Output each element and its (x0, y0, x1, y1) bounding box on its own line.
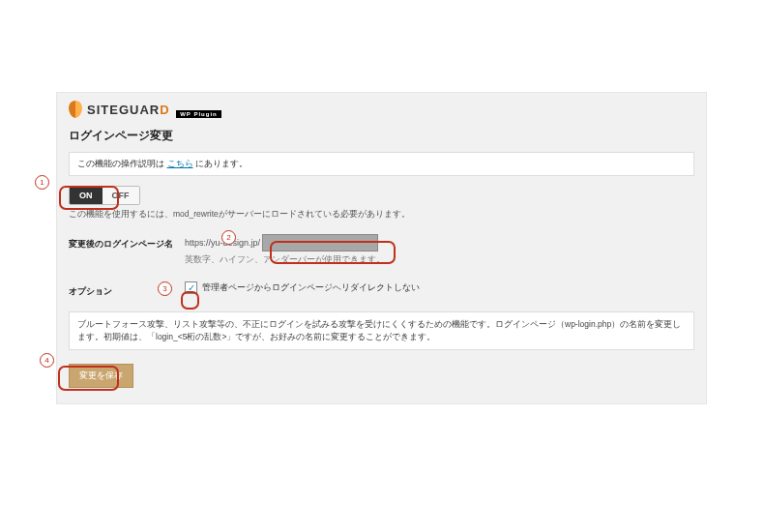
logo-accent: D (160, 103, 169, 117)
login-page-label: 変更後のログインページ名 (69, 234, 185, 280)
url-prefix: https://yu-design.jp/ (185, 238, 260, 248)
redirect-checkbox[interactable]: ✓ (185, 281, 197, 294)
plugin-logo: SITEGUARD WP Plugin (69, 101, 694, 118)
option-row: オプション ✓ 管理者ページからログインページへリダイレクトしない (69, 281, 694, 298)
logo-subtitle: WP Plugin (176, 110, 221, 118)
mod-rewrite-note: この機能を使用するには、mod_rewriteがサーバーにロードされている必要が… (69, 209, 694, 221)
page-title: ログインページ変更 (69, 128, 694, 144)
checkbox-label: 管理者ページからログインページへリダイレクトしない (202, 281, 420, 294)
logo-text: SITEGUARD WP Plugin (87, 103, 221, 117)
settings-panel: SITEGUARD WP Plugin ログインページ変更 この機能の操作説明は… (56, 92, 707, 404)
login-page-hint: 英数字、ハイフン、アンダーバーが使用できます。 (185, 254, 694, 266)
annotation-number-4: 4 (40, 353, 54, 368)
login-page-row: 変更後のログインページ名 https://yu-design.jp/ 英数字、ハ… (69, 234, 694, 280)
notice-suffix: にあります。 (195, 159, 248, 168)
shield-icon (69, 101, 82, 118)
feature-description: ブルートフォース攻撃、リスト攻撃等の、不正にログインを試みる攻撃を受けにくくする… (69, 311, 694, 350)
save-button[interactable]: 変更を保存 (69, 364, 133, 388)
toggle-off-button[interactable]: OFF (103, 187, 139, 204)
feature-toggle: ON OFF (69, 186, 140, 205)
toggle-on-button[interactable]: ON (70, 187, 103, 204)
annotation-number-1: 1 (35, 175, 49, 190)
help-link[interactable]: こちら (167, 159, 193, 168)
option-label: オプション (69, 281, 185, 298)
login-page-input[interactable] (262, 234, 378, 251)
notice-prefix: この機能の操作説明は (77, 159, 164, 168)
help-notice: この機能の操作説明は こちら にあります。 (69, 152, 694, 176)
logo-main: SITEGUAR (87, 103, 160, 117)
